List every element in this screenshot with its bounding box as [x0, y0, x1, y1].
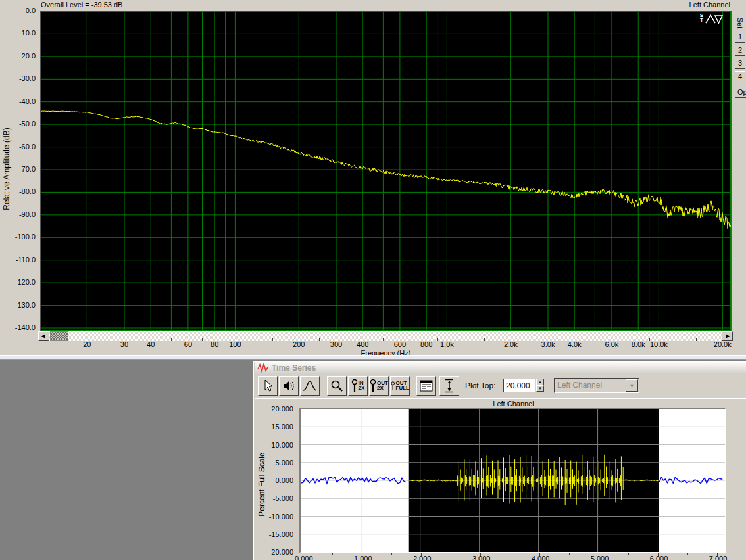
preset-button-3[interactable]: 3: [735, 58, 745, 69]
display-options-icon: [420, 380, 433, 392]
spectrum-y-ticks: 0.0-10.0-20.0-30.0-40.0-50.0-60.0-70.0-8…: [0, 0, 38, 342]
zoom-out-full-button[interactable]: OUT FULL: [390, 376, 410, 396]
ts-plot-area[interactable]: [299, 408, 726, 553]
spectrum-window: Overall Level = -39.53 dB Left Channel R…: [0, 0, 746, 356]
overall-level-readout: Overall Level = -39.53 dB: [41, 1, 122, 9]
magnifier-out-icon: [370, 379, 376, 393]
options-button[interactable]: Op: [735, 87, 746, 98]
spectrum-channel-label: Left Channel: [689, 1, 730, 9]
zoom-tool-button[interactable]: [327, 376, 347, 396]
spectrum-plot-area[interactable]: ST: [40, 11, 732, 331]
plot-top-input[interactable]: [503, 379, 535, 392]
channel-select[interactable]: Left Channel ▼: [554, 378, 639, 393]
scroll-left-icon: [41, 334, 46, 338]
st-overlay-icon: ST: [700, 13, 703, 22]
zoom-in-2x-button[interactable]: IN 2X: [348, 376, 368, 396]
peak-curve-icon: [303, 380, 317, 392]
fit-vertical-icon: [444, 379, 455, 393]
spinner-up-icon[interactable]: ▲: [536, 379, 544, 385]
spectrum-side-panel: Set 1 2 3 4 Op: [734, 10, 746, 356]
preset-button-4[interactable]: 4: [735, 71, 745, 82]
spinner-down-icon[interactable]: ▼: [536, 385, 544, 392]
fit-vertical-button[interactable]: [439, 376, 459, 396]
plot-top-spinner[interactable]: ▲ ▼: [536, 379, 544, 392]
chevron-down-icon[interactable]: ▼: [626, 379, 638, 392]
magnifier-in-icon: [351, 379, 358, 393]
ts-x-ticks: 0.0001.0002.0003.0004.0005.0006.0007.000: [301, 555, 726, 560]
preset-button-2[interactable]: 2: [735, 45, 745, 56]
time-series-titlebar[interactable]: Time Series: [255, 362, 746, 374]
ts-plot-title: Left Channel: [301, 400, 726, 408]
magnifier-icon: [330, 379, 343, 392]
window-separator: [0, 355, 746, 360]
time-series-window: Time Series IN 2X: [253, 361, 746, 560]
peak-hold-button[interactable]: [300, 376, 320, 396]
time-series-toolbar: IN 2X OUT 2X OUT FULL: [255, 374, 746, 398]
ts-y-ticks: 20.00015.00010.0005.0000.000-5.000-10.00…: [254, 362, 297, 559]
zoom-out-2x-button[interactable]: OUT 2X: [369, 376, 389, 396]
spectrum-x-ticks: 20304060801002003004006008001.0k2.0k3.0k…: [41, 340, 731, 350]
spectrum-header: Overall Level = -39.53 dB Left Channel: [0, 0, 746, 10]
plot-top-label: Plot Top:: [465, 381, 495, 390]
scroll-right-icon: [725, 334, 730, 338]
triangle-wave-icon: [705, 12, 723, 26]
display-options-button[interactable]: [416, 376, 436, 396]
preset-button-1[interactable]: 1: [735, 32, 745, 43]
magnifier-full-icon: [391, 379, 395, 393]
